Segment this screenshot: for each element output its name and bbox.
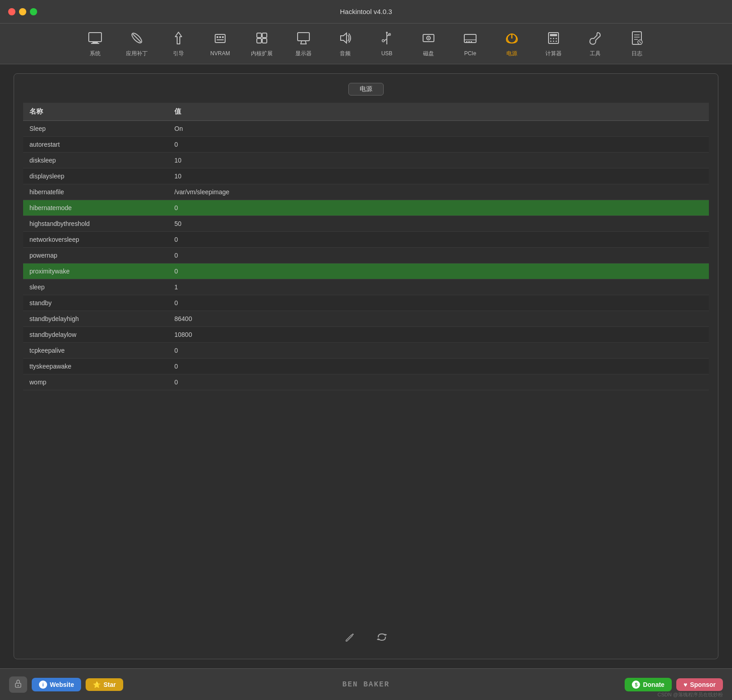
toolbar-item-calc[interactable]: 计算器: [533, 27, 574, 61]
toolbar-item-boot[interactable]: 引导: [158, 27, 199, 61]
system-icon: [87, 30, 103, 48]
minimize-button[interactable]: [19, 8, 26, 15]
svg-rect-28: [464, 34, 476, 43]
panel-header: 电源: [23, 83, 709, 96]
nvram-label: NVRAM: [210, 50, 230, 57]
cell-value: 0: [168, 343, 709, 359]
cell-value: 0: [168, 200, 709, 216]
brand-label: BEN BAKER: [342, 681, 390, 689]
edit-button[interactable]: [341, 628, 359, 646]
titlebar: Hackintool v4.0.3: [0, 0, 732, 24]
table-row[interactable]: powernap0: [23, 248, 709, 264]
svg-rect-5: [215, 34, 225, 43]
table-row[interactable]: sleep1: [23, 279, 709, 295]
toolbar-item-nvram[interactable]: NVRAM: [200, 27, 241, 61]
table-row[interactable]: standby0: [23, 295, 709, 311]
boot-label: 引导: [173, 50, 184, 58]
svg-rect-0: [89, 33, 101, 42]
cell-name: standbydelayhigh: [23, 311, 168, 327]
star-label: Star: [103, 681, 116, 688]
cell-name: autorestart: [23, 137, 168, 153]
nvram-icon: [212, 31, 228, 48]
display-icon: [296, 30, 311, 48]
toolbar: 系统 应用补丁 引导 NVRAM 内核扩展 显示器: [0, 24, 732, 64]
cell-name: standby: [23, 295, 168, 311]
usb-icon: [379, 31, 395, 48]
toolbar-item-display[interactable]: 显示器: [283, 27, 324, 61]
toolbar-item-usb[interactable]: USB: [366, 27, 407, 61]
table-row[interactable]: SleepOn: [23, 121, 709, 137]
cell-value: 0: [168, 248, 709, 264]
table-row[interactable]: autorestart0: [23, 137, 709, 153]
website-button[interactable]: i Website: [32, 678, 81, 691]
table-row[interactable]: displaysleep10: [23, 168, 709, 184]
toolbar-item-kext[interactable]: 内核扩展: [241, 27, 282, 61]
website-icon: i: [39, 681, 47, 689]
table-container[interactable]: 名称 值 SleepOnautorestart0disksleep10displ…: [23, 103, 709, 621]
calc-label: 计算器: [545, 50, 562, 58]
footer: i Website ⭐ Star BEN BAKER $ Donate ♥ Sp…: [0, 668, 732, 700]
cell-name: tcpkeepalive: [23, 343, 168, 359]
cell-name: powernap: [23, 248, 168, 264]
table-row[interactable]: disksleep10: [23, 153, 709, 168]
log-label: 日志: [631, 50, 642, 58]
table-row[interactable]: highstandbythreshold50: [23, 216, 709, 232]
table-row[interactable]: ttyskeepawake0: [23, 359, 709, 374]
toolbar-item-log[interactable]: 日志: [616, 27, 657, 61]
traffic-lights: [8, 8, 37, 15]
cell-value: 0: [168, 264, 709, 279]
sponsor-button[interactable]: ♥ Sponsor: [676, 678, 723, 691]
table-row[interactable]: standbydelaylow10800: [23, 327, 709, 343]
svg-rect-32: [471, 41, 472, 43]
website-label: Website: [50, 681, 74, 688]
toolbar-item-power[interactable]: 电源: [491, 27, 532, 61]
pcie-icon: [462, 31, 478, 48]
usb-label: USB: [381, 50, 393, 57]
donate-button[interactable]: $ Donate: [625, 678, 671, 691]
svg-line-15: [301, 41, 302, 44]
svg-line-4: [133, 34, 141, 42]
disk-icon: [421, 30, 436, 48]
svg-point-37: [550, 38, 552, 39]
maximize-button[interactable]: [30, 8, 37, 15]
table-row[interactable]: womp0: [23, 374, 709, 390]
cell-name: disksleep: [23, 153, 168, 168]
lock-button[interactable]: [9, 676, 27, 693]
toolbar-item-patch[interactable]: 应用补丁: [116, 27, 157, 61]
toolbar-item-pcie[interactable]: PCIe: [450, 27, 491, 61]
toolbar-item-tools[interactable]: 工具: [575, 27, 616, 61]
cell-name: hibernatefile: [23, 184, 168, 200]
cell-name: hibernatemode: [23, 200, 168, 216]
table-row[interactable]: tcpkeepalive0: [23, 343, 709, 359]
panel: 电源 名称 值 SleepOnautorestart0disksleep10di…: [14, 73, 718, 659]
cell-name: standbydelaylow: [23, 327, 168, 343]
cell-name: displaysleep: [23, 168, 168, 184]
cell-value: 10: [168, 168, 709, 184]
close-button[interactable]: [8, 8, 15, 15]
table-row[interactable]: networkoversleep0: [23, 232, 709, 248]
svg-rect-13: [262, 38, 267, 43]
cell-value: 0: [168, 374, 709, 390]
audio-icon: [337, 30, 353, 48]
table-row[interactable]: standbydelayhigh86400: [23, 311, 709, 327]
toolbar-item-audio[interactable]: 音频: [325, 27, 366, 61]
table-row[interactable]: hibernatemode0: [23, 200, 709, 216]
table-header-row: 名称 值: [23, 103, 709, 121]
system-label: 系统: [90, 50, 101, 58]
star-button[interactable]: ⭐ Star: [86, 678, 123, 691]
kext-label: 内核扩展: [251, 50, 273, 58]
kext-icon: [254, 30, 270, 48]
table-row[interactable]: proximitywake0: [23, 264, 709, 279]
cell-name: networkoversleep: [23, 232, 168, 248]
svg-line-16: [305, 41, 306, 44]
svg-rect-10: [257, 33, 261, 38]
svg-point-52: [18, 685, 19, 686]
refresh-button[interactable]: [373, 628, 391, 646]
svg-point-24: [382, 40, 385, 42]
log-icon: [629, 30, 645, 48]
cell-name: Sleep: [23, 121, 168, 137]
toolbar-item-disk[interactable]: 磁盘: [408, 27, 449, 61]
toolbar-item-system[interactable]: 系统: [75, 27, 116, 61]
table-row[interactable]: hibernatefile/var/vm/sleepimage: [23, 184, 709, 200]
svg-rect-30: [466, 41, 467, 43]
